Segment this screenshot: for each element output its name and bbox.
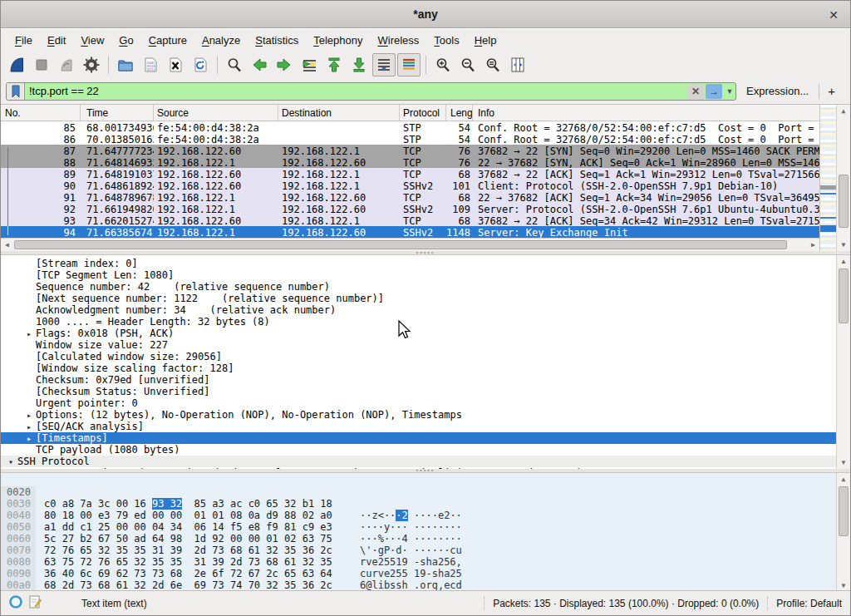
- scroll-down-arrow[interactable]: ▼: [837, 456, 850, 469]
- packet-list-vertical-scrollbar[interactable]: ▲ ▼: [836, 105, 850, 251]
- detail-line[interactable]: ▾ SSH Protocol: [1, 456, 836, 467]
- horizontal-scroll-thumb[interactable]: [14, 240, 787, 249]
- find-packet-icon[interactable]: [223, 53, 246, 76]
- scroll-up-arrow[interactable]: ▲: [837, 105, 850, 117]
- expand-arrow-icon[interactable]: ▾: [4, 457, 17, 466]
- expand-arrow-icon[interactable]: ▸: [22, 434, 36, 443]
- restart-capture-icon[interactable]: [55, 53, 78, 76]
- close-window-button[interactable]: ✕: [825, 7, 842, 23]
- menu-item[interactable]: Capture: [141, 31, 194, 50]
- resize-columns-icon[interactable]: [506, 53, 529, 76]
- expand-arrow-icon[interactable]: ▸: [22, 411, 36, 420]
- hex-row[interactable]: 0090 68 2d 73 68 61 32 2d 6e 69 73 74 70…: [1, 556, 836, 568]
- detail-line[interactable]: Sequence number: 42 (relative sequence n…: [1, 281, 836, 293]
- packet-list-horizontal-scrollbar[interactable]: ◀ ▶: [1, 238, 819, 251]
- hex-row[interactable]: 0080 36 40 6c 69 62 73 73 68 2e 6f 72 67…: [1, 545, 836, 556]
- go-back-icon[interactable]: [248, 53, 271, 76]
- packet-row[interactable]: 92 71.661949820 192.168.122.1 192.168.12…: [1, 203, 819, 214]
- start-capture-icon[interactable]: [5, 53, 28, 76]
- scroll-right-arrow[interactable]: ▶: [807, 239, 819, 251]
- menu-item[interactable]: Telephony: [306, 31, 370, 50]
- detail-line[interactable]: [TCP Segment Len: 1080]: [1, 269, 836, 281]
- hex-row[interactable]: 00b0 38 34 2c 65 63 64 68 2d 73 68 61 32…: [1, 579, 836, 591]
- column-header-source[interactable]: Source: [154, 105, 278, 121]
- display-filter-field[interactable]: ✕ → ▼: [6, 82, 736, 101]
- menu-item[interactable]: Go: [111, 31, 140, 50]
- menu-item[interactable]: Analyze: [194, 31, 248, 50]
- detail-line[interactable]: ▸ Options: (12 bytes), No-Operation (NOP…: [1, 409, 836, 421]
- hex-row[interactable]: 0070 63 75 72 76 65 32 35 35 31 39 2d 73…: [1, 533, 836, 545]
- scroll-left-arrow[interactable]: ◀: [1, 239, 13, 251]
- title-bar[interactable]: *any ✕: [1, 1, 850, 28]
- detail-line[interactable]: ▸ [Timestamps]: [1, 432, 836, 444]
- packet-row[interactable]: 88 71.648146932 192.168.122.1 192.168.12…: [1, 156, 819, 168]
- detail-line[interactable]: ▸ Flags: 0x018 (PSH, ACK): [1, 328, 836, 339]
- auto-scroll-toggle-icon[interactable]: [372, 53, 396, 76]
- detail-line[interactable]: Urgent pointer: 0: [1, 397, 836, 409]
- filter-input[interactable]: [25, 85, 687, 97]
- vertical-scroll-thumb[interactable]: [839, 175, 849, 228]
- packet-row[interactable]: 91 71.648789678 192.168.122.1 192.168.12…: [1, 191, 819, 203]
- capture-comment-icon[interactable]: [29, 595, 42, 611]
- hex-row[interactable]: 0020 c0 a8 7a 3c 00 16 93 32 85 a3 ac c0…: [1, 475, 836, 486]
- packet-row[interactable]: 86 70.013850163 fe:54:00:d4:38:2a STP 54…: [1, 133, 819, 145]
- colorize-toggle-icon[interactable]: [397, 53, 421, 76]
- go-to-top-icon[interactable]: [322, 53, 346, 76]
- menu-item[interactable]: Statistics: [248, 31, 306, 50]
- hex-vertical-scrollbar[interactable]: ▲ ▼: [836, 473, 850, 592]
- menu-item[interactable]: Edit: [40, 31, 73, 50]
- column-header-destination[interactable]: Destination: [278, 105, 400, 121]
- packet-row[interactable]: 87 71.647777234 192.168.122.60 192.168.1…: [1, 145, 819, 156]
- expand-arrow-icon[interactable]: ▸: [22, 422, 36, 431]
- detail-line[interactable]: Acknowledgment number: 34 (relative ack …: [1, 304, 836, 316]
- reload-capture-file-icon[interactable]: [189, 53, 212, 76]
- packet-row[interactable]: 94 71.663856741 192.168.122.1 192.168.12…: [1, 226, 819, 238]
- hex-row[interactable]: 0060 72 76 65 32 35 35 31 39 2d 73 68 61…: [1, 521, 836, 533]
- intelligent-scrollbar-minimap[interactable]: [819, 105, 836, 251]
- column-header-no[interactable]: No.: [1, 105, 81, 121]
- detail-line[interactable]: [Window size scaling factor: 128]: [1, 362, 836, 374]
- menu-item[interactable]: Tools: [426, 31, 466, 50]
- zoom-out-icon[interactable]: [456, 53, 480, 76]
- expert-info-icon[interactable]: [9, 595, 22, 611]
- open-capture-file-icon[interactable]: [114, 53, 137, 76]
- filter-history-dropdown-icon[interactable]: ▼: [724, 87, 735, 96]
- menu-item[interactable]: File: [7, 31, 40, 50]
- detail-line[interactable]: Checksum: 0x79ed [unverified]: [1, 374, 836, 386]
- detail-line[interactable]: Window size value: 227: [1, 339, 836, 351]
- hex-row[interactable]: 0030 80 18 00 e3 79 ed 00 00 01 01 08 0a…: [1, 486, 836, 498]
- detail-line[interactable]: [Checksum Status: Unverified]: [1, 386, 836, 397]
- scroll-up-arrow[interactable]: ▲: [837, 255, 850, 268]
- capture-options-gear-icon[interactable]: [80, 53, 103, 76]
- profile-indicator[interactable]: Profile: Default: [776, 598, 842, 609]
- filter-apply-button[interactable]: →: [706, 84, 722, 99]
- column-header-time[interactable]: Time: [81, 105, 154, 121]
- column-header-length[interactable]: Length: [446, 105, 473, 121]
- detail-line[interactable]: [Next sequence number: 1122 (relative se…: [1, 293, 836, 304]
- menu-item[interactable]: Help: [467, 31, 504, 50]
- close-capture-file-icon[interactable]: [164, 53, 187, 76]
- packet-row[interactable]: 90 71.648618924 192.168.122.60 192.168.1…: [1, 180, 819, 191]
- go-to-bottom-icon[interactable]: [347, 53, 371, 76]
- stop-capture-icon[interactable]: [30, 53, 53, 76]
- detail-line[interactable]: [Stream index: 0]: [1, 258, 836, 269]
- expression-button[interactable]: Expression...: [736, 85, 819, 97]
- hex-row[interactable]: 00a0 65 63 64 68 2d 73 68 61 32 2d 6e 69…: [1, 568, 836, 579]
- menu-item[interactable]: Wireless: [371, 31, 427, 50]
- packet-row[interactable]: 89 71.648191037 192.168.122.60 192.168.1…: [1, 168, 819, 180]
- add-filter-button-plus[interactable]: +: [819, 84, 845, 98]
- expand-arrow-icon[interactable]: ▸: [22, 329, 36, 338]
- filter-bookmark-icon[interactable]: [7, 83, 25, 100]
- vertical-scroll-thumb[interactable]: [839, 269, 849, 323]
- filter-clear-button[interactable]: ✕: [687, 84, 704, 99]
- details-vertical-scrollbar[interactable]: ▲ ▼: [836, 255, 850, 469]
- save-capture-file-icon[interactable]: 010101100113: [139, 53, 162, 76]
- column-header-protocol[interactable]: Protocol: [400, 105, 446, 121]
- detail-line[interactable]: ▸ [SEQ/ACK analysis]: [1, 421, 836, 432]
- detail-line[interactable]: [Calculated window size: 29056]: [1, 351, 836, 362]
- column-header-info[interactable]: Info: [473, 105, 819, 121]
- vertical-scroll-thumb[interactable]: [839, 486, 849, 536]
- menu-item[interactable]: View: [73, 31, 111, 50]
- zoom-original-icon[interactable]: [481, 53, 504, 76]
- detail-line[interactable]: 1000 .... = Header Length: 32 bytes (8): [1, 316, 836, 328]
